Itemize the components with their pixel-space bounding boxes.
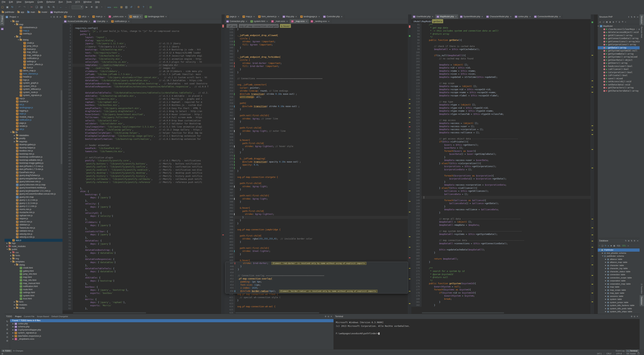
tab-close-icon[interactable]: ✕ <box>510 16 512 18</box>
editor-tab-systemmodel-php[interactable]: phpSystemModel.php✕ <box>458 15 485 19</box>
terminal-prompt[interactable]: F:\webpages\exodus4d\pathfinder> <box>336 331 640 335</box>
tab-close-icon[interactable]: ✕ <box>295 16 297 18</box>
tab-close-icon[interactable]: ✕ <box>455 16 456 18</box>
gear-icon[interactable]: ⚙ <box>325 315 326 317</box>
tree-item-system-info-js[interactable]: JSsystem_info.js <box>4 85 62 88</box>
tree-item-map-info-html[interactable]: 5map_info.html <box>4 279 62 282</box>
tree-item-slidebars-js[interactable]: JSslidebars.js <box>4 223 62 226</box>
tree-item-bootstrap-min-js[interactable]: JSbootstrap.min.js <box>4 153 62 156</box>
database-toolbar-icon[interactable]: + <box>599 245 600 247</box>
database-toolbar-icon[interactable]: DDL <box>622 245 626 247</box>
save-icon[interactable]: ▣ <box>5 5 10 9</box>
tree-item-dialog[interactable]: ▼dialog <box>4 263 62 267</box>
tree-item-jquery-hoverintent-minified-js[interactable]: JSjquery.hoverIntent.minified.js <box>4 186 62 189</box>
tab-close-icon[interactable]: ✕ <box>238 16 239 18</box>
tree-item-css[interactable]: ▶css <box>4 251 62 254</box>
editor-tab-connection-php[interactable]: phpConnection.php✕ <box>225 19 249 24</box>
tree-item-render-js[interactable]: JSrender.js <box>4 125 62 128</box>
db-item-character-status[interactable]: ▶▦character_status: table <box>598 270 640 273</box>
database-header-icon[interactable]: ⇅ <box>631 240 632 242</box>
db-item-alliance[interactable]: ▶▦alliance: table <box>598 258 640 261</box>
tree-item-map[interactable]: ▼map <box>4 23 62 26</box>
tree-item-init-js[interactable]: JSinit.js <box>4 103 62 106</box>
structure-method-getsystemdata[interactable]: getSystemData():array <box>598 53 640 56</box>
horizontal-scrollbar[interactable] <box>73 312 146 313</box>
run-configuration-select[interactable]: ▼ <box>72 5 83 9</box>
toolwindow-toggle-icon[interactable]: ▦ <box>2 352 3 355</box>
stripe-button-database[interactable]: Database <box>640 295 644 306</box>
editor-tab-app-js[interactable]: JSapp.js✕ <box>128 15 143 19</box>
editor-tab--colors-scss[interactable]: S_colors.scss✕ <box>107 15 128 19</box>
breadcrumb-mapmodel-php[interactable]: phpMapModel.php <box>50 10 68 15</box>
minimize-icon[interactable]: ⊟ <box>328 315 329 317</box>
forward-icon[interactable]: → <box>64 5 68 9</box>
menu-navigate[interactable]: Navigate <box>23 0 36 4</box>
tree-item-system-killboard-js[interactable]: JSsystem_killboard.js <box>4 88 62 91</box>
todo-tool-icon[interactable]: ↻ <box>4 320 10 323</box>
horizontal-scrollbar[interactable] <box>422 312 504 313</box>
todo-tool-icon[interactable]: ⊖ <box>4 336 10 338</box>
tree-item-counter-js[interactable]: JScounter.js <box>4 100 62 103</box>
tree-item-map-info-js[interactable]: JSmap_info.js <box>4 51 62 54</box>
structure-method-getsystems[interactable]: getSystems():array|mixed <box>598 56 640 59</box>
tab-close-icon[interactable]: ✕ <box>559 16 560 18</box>
breadcrumb-model[interactable]: model <box>38 10 47 15</box>
toolwindow-button-event-log[interactable]: Event Log <box>614 349 626 352</box>
tree-item-notification-js[interactable]: JSnotification.js <box>4 119 62 122</box>
redo-icon[interactable]: ↷ <box>22 5 27 9</box>
db-item-eve-phoebe[interactable]: ▶▤eve_phoebe: schema <box>598 252 640 255</box>
tree-item-pnotify[interactable]: ▶pnotify <box>4 137 62 140</box>
copy-icon[interactable]: ❏ <box>34 5 39 9</box>
error-stripe[interactable] <box>591 15 594 314</box>
editor-tab-notification-js[interactable]: JSnotification.js✕ <box>110 19 131 24</box>
todo-tab-scope-based[interactable]: Scope Based <box>37 314 49 319</box>
editor-tab-controller-php[interactable]: phpController.php✕ <box>322 15 344 19</box>
menu-window[interactable]: Window <box>82 0 93 4</box>
tree-item-node-modules[interactable]: ▶node_modules <box>4 245 62 248</box>
tree-item-bootbox-min-js[interactable]: JSbootbox.min.js <box>4 149 62 153</box>
structure-toolbar-icon[interactable]: ↓z <box>602 21 604 23</box>
stripe-button-1-project[interactable]: 1: Project <box>0 15 4 25</box>
tab-close-icon[interactable]: ✕ <box>128 21 130 22</box>
db-item-character-log[interactable]: ▶▦character_log: table <box>598 267 640 270</box>
tab-close-icon[interactable]: ✕ <box>529 16 531 18</box>
tree-item-dialog[interactable]: ▼dialog <box>4 38 62 42</box>
structure-method-getalliances[interactable]: getAlliances():array <box>598 34 640 37</box>
tree-item-datatables[interactable]: ▶datatables <box>4 134 62 137</box>
menu-code[interactable]: Code <box>36 0 45 4</box>
editor-tab-cortex-php[interactable]: phpcortex.php✕ <box>513 15 532 19</box>
tree-item-route-html[interactable]: 5route.html <box>4 288 62 291</box>
tree-item-jquery-1-11-2-min-js[interactable]: JSjquery-1.11.2.min.js <box>4 199 62 202</box>
structure-method-clearaccess[interactable]: clearAccess([clearKeys : array = <box>598 28 640 31</box>
menu-tools[interactable]: Tools <box>64 0 74 4</box>
structure-method-isprivate[interactable]: isPrivate():bool <box>598 74 640 77</box>
tab-close-icon[interactable]: ✕ <box>266 21 268 22</box>
debug-icon[interactable]: ✱ <box>90 5 94 9</box>
todo-tab-default-changelist[interactable]: Default Changelist <box>52 314 68 319</box>
vcs-update-icon[interactable]: VCS↓ <box>106 5 112 10</box>
coverage-icon[interactable]: ▩ <box>94 5 99 9</box>
vcs-archive-icon[interactable]: ▦ <box>119 5 124 9</box>
tree-item-system-html[interactable]: 5system.html <box>4 294 62 297</box>
replace-icon[interactable]: ⚲ <box>50 4 57 10</box>
structure-method-getusers[interactable]: getUsers():array <box>598 62 640 65</box>
project-header-icon[interactable]: ⇤ <box>60 16 62 18</box>
structure-header-icon[interactable]: ⇅ <box>631 16 632 18</box>
tab-close-icon[interactable]: ✕ <box>306 21 307 22</box>
tab-close-icon[interactable]: ✕ <box>482 16 483 18</box>
tab-close-icon[interactable]: ✕ <box>74 16 75 18</box>
tree-item-form-element-js[interactable]: JSform_element.js <box>4 72 62 76</box>
tree-item-fonts[interactable]: ▶fonts <box>4 254 62 257</box>
tree-item-contextmenu-js[interactable]: JScontextmenu.js <box>4 26 62 29</box>
tree-item-map-html[interactable]: 5map.html <box>4 276 62 279</box>
tree-item-trust-html[interactable]: 5trust.html <box>4 297 62 300</box>
menu-view[interactable]: View <box>14 0 23 4</box>
tree-item-jquery-easypiechart-min-js[interactable]: JSjquery.easypiechart.min.js <box>4 177 62 180</box>
editor-tab-map-php[interactable]: phpMap.php✕ <box>281 15 299 19</box>
vcs-commit-icon[interactable]: VCS↑ <box>113 5 119 10</box>
sync-icon[interactable]: ↻ <box>10 5 14 9</box>
structure-header-icon[interactable]: ⚙ <box>634 16 636 18</box>
close-icon[interactable]: ✕ <box>330 315 332 317</box>
structure-method-setdata[interactable]: setData(data):void <box>598 83 640 87</box>
tab-close-icon[interactable]: ✕ <box>246 21 247 22</box>
